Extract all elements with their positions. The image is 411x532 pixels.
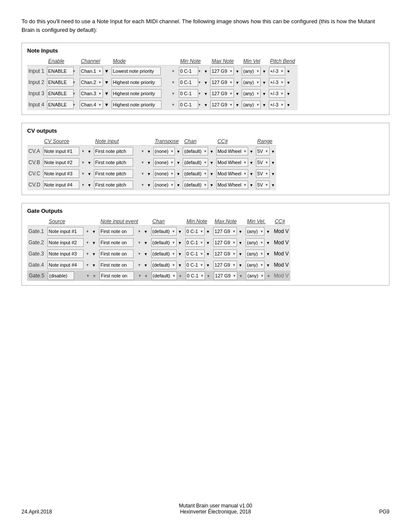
gate-min-note-select[interactable]: 0 C-1 ▼ bbox=[184, 271, 212, 281]
note-inputs-table: Enable Channel Mode Min Note Max Note Mi… bbox=[27, 57, 298, 110]
cv-cc-select[interactable]: Mod Wheel ▼ bbox=[215, 157, 255, 168]
gate-event-select[interactable]: First note on ▼ bbox=[98, 248, 149, 259]
cv-source-select[interactable]: Note input #3 ▼ bbox=[42, 168, 93, 179]
channel-select[interactable]: Chan.1 ▼ bbox=[78, 65, 110, 77]
min-vel-select[interactable]: (any) ▼ bbox=[240, 88, 267, 99]
gate-source-select[interactable]: (disable) ▼ bbox=[46, 271, 98, 281]
gate-min-vel-select[interactable]: (any) ▼ bbox=[244, 259, 272, 271]
channel-select[interactable]: Chan.3 ▼ bbox=[78, 88, 110, 99]
cv-cc-select[interactable]: Mod Wheel ▼ bbox=[215, 179, 255, 190]
cv-chan-select[interactable]: (default) ▼ bbox=[181, 157, 215, 168]
gate-chan-select[interactable]: (default) ▼ bbox=[150, 237, 184, 248]
cv-source-select[interactable]: Note input #2 ▼ bbox=[42, 157, 93, 168]
max-note-select[interactable]: 127 G9 ▼ bbox=[209, 65, 240, 77]
gate-cc-value: Mod V bbox=[272, 226, 291, 237]
mode-select[interactable]: Lowest note priority bbox=[110, 65, 177, 77]
cv-note-input-select[interactable]: First note pitch ▼ bbox=[93, 157, 152, 168]
cv-note-input-select[interactable]: First note pitch ▼ bbox=[93, 179, 152, 190]
gate-max-note-select[interactable]: 127 G9 ▼ bbox=[212, 226, 244, 237]
gate-min-vel-select[interactable]: (any) ▼ bbox=[244, 237, 272, 248]
cv-range-select[interactable]: 5V ▼ bbox=[255, 157, 276, 168]
gate-min-vel-select[interactable]: (any) ▼ bbox=[244, 271, 272, 281]
cv-col-chan: Chan bbox=[181, 137, 215, 146]
cv-note-input-select[interactable]: First note pitch ▼ bbox=[93, 168, 152, 179]
gate-source-select[interactable]: Note input #3 ▼ bbox=[46, 248, 98, 259]
cv-transpose-select[interactable]: (none) ▼ bbox=[152, 157, 181, 168]
enable-select[interactable]: ENABLE bbox=[46, 65, 78, 77]
enable-select[interactable]: ENABLE bbox=[46, 99, 78, 110]
cv-chan-select[interactable]: (default) ▼ bbox=[181, 146, 215, 157]
gate-max-note-select[interactable]: 127 G9 ▼ bbox=[212, 237, 244, 248]
min-note-select[interactable]: 0 C-1 ▼ bbox=[177, 88, 209, 99]
gate-row-label: Gate.2 bbox=[27, 237, 46, 248]
gate-chan-select[interactable]: (default) ▼ bbox=[150, 226, 184, 237]
gate-chan-select[interactable]: (default) ▼ bbox=[150, 271, 184, 281]
mode-select[interactable]: Highest note priority bbox=[110, 77, 177, 88]
max-note-select[interactable]: 127 G9 ▼ bbox=[209, 99, 240, 110]
pitch-bend-select[interactable]: +/-3 ▼ bbox=[268, 77, 298, 88]
gate-chan-select[interactable]: (default) ▼ bbox=[150, 248, 184, 259]
footer-date: 24.April.2018 bbox=[22, 509, 52, 515]
enable-select[interactable]: ENABLE bbox=[46, 77, 78, 88]
gate-row-label: Gate.3 bbox=[27, 248, 46, 259]
gate-event-select[interactable]: First note on ▼ bbox=[98, 259, 149, 271]
gate-min-note-select[interactable]: 0 C-1 ▼ bbox=[184, 248, 212, 259]
gate-event-select[interactable]: First note on ▼ bbox=[98, 237, 149, 248]
cv-cc-select[interactable]: Mod Wheel ▼ bbox=[215, 146, 255, 157]
footer-title: Mutant Brain user manual v1.00 bbox=[179, 503, 252, 509]
gate-min-note-select[interactable]: 0 C-1 ▼ bbox=[184, 237, 212, 248]
cv-transpose-select[interactable]: (none) ▼ bbox=[152, 168, 181, 179]
cv-range-select[interactable]: 5V ▼ bbox=[255, 168, 276, 179]
cv-cc-select[interactable]: Mod Wheel ▼ bbox=[215, 168, 255, 179]
min-vel-select[interactable]: (any) ▼ bbox=[240, 77, 267, 88]
gate-source-select[interactable]: Note input #2 ▼ bbox=[46, 237, 98, 248]
cv-range-select[interactable]: 5V ▼ bbox=[255, 146, 276, 157]
gate-output-row: Gate.3 Note input #3 ▼ First note on ▼ (… bbox=[27, 248, 290, 259]
gate-min-vel-select[interactable]: (any) ▼ bbox=[244, 226, 272, 237]
pitch-bend-select[interactable]: +/-3 ▼ bbox=[268, 88, 298, 99]
gate-min-note-select[interactable]: 0 C-1 ▼ bbox=[184, 226, 212, 237]
cv-source-select[interactable]: Note input #4 ▼ bbox=[42, 179, 93, 190]
cv-note-input-select[interactable]: First note pitch ▼ bbox=[93, 146, 152, 157]
gate-event-select[interactable]: First note on ▼ bbox=[98, 226, 149, 237]
gate-col-event: Note input event bbox=[98, 218, 149, 226]
cv-output-row: CV.B Note input #2 ▼ First note pitch ▼ … bbox=[27, 157, 276, 168]
cv-source-select[interactable]: Note input #1 ▼ bbox=[42, 146, 93, 157]
cv-range-select[interactable]: 5V ▼ bbox=[255, 179, 276, 190]
gate-chan-select[interactable]: (default) ▼ bbox=[150, 259, 184, 271]
footer-page: PG9 bbox=[379, 509, 389, 515]
gate-max-note-select[interactable]: 127 G9 ▼ bbox=[212, 271, 244, 281]
cv-chan-select[interactable]: (default) ▼ bbox=[181, 168, 215, 179]
gate-source-select[interactable]: Note input #1 ▼ bbox=[46, 226, 98, 237]
gate-min-note-select[interactable]: 0 C-1 ▼ bbox=[184, 259, 212, 271]
cv-transpose-select[interactable]: (none) ▼ bbox=[152, 179, 181, 190]
pitch-bend-select[interactable]: +/-3 ▼ bbox=[268, 99, 298, 110]
gate-outputs-panel: Gate Outputs Source Note input event Cha… bbox=[22, 203, 389, 286]
cv-transpose-select[interactable]: (none) ▼ bbox=[152, 146, 181, 157]
channel-select[interactable]: Chan.4 ▼ bbox=[78, 99, 110, 110]
min-note-select[interactable]: 0 C-1 ▼ bbox=[177, 99, 209, 110]
cv-outputs-panel: CV outputs CV Source Note input Transpos… bbox=[22, 123, 389, 195]
max-note-select[interactable]: 127 G9 ▼ bbox=[209, 77, 240, 88]
gate-event-select[interactable]: First note on ▼ bbox=[98, 271, 149, 281]
gate-max-note-select[interactable]: 127 G9 ▼ bbox=[212, 259, 244, 271]
enable-select[interactable]: ENABLE bbox=[46, 88, 78, 99]
min-vel-select[interactable]: (any) ▼ bbox=[240, 99, 267, 110]
gate-source-select[interactable]: Note input #4 ▼ bbox=[46, 259, 98, 271]
channel-select[interactable]: Chan.2 ▼ bbox=[78, 77, 110, 88]
footer: 24.April.2018 Mutant Brain user manual v… bbox=[22, 503, 389, 515]
gate-max-note-select[interactable]: 127 G9 ▼ bbox=[212, 248, 244, 259]
ni-col-channel: Channel bbox=[78, 57, 110, 65]
gate-col-source: Source bbox=[46, 218, 98, 226]
cv-chan-select[interactable]: (default) ▼ bbox=[181, 179, 215, 190]
pitch-bend-select[interactable]: +/-3 ▼ bbox=[268, 65, 298, 77]
mode-select[interactable]: Highest note priority bbox=[110, 99, 177, 110]
min-note-select[interactable]: 0 C-1 ▼ bbox=[177, 65, 209, 77]
min-vel-select[interactable]: (any) ▼ bbox=[240, 65, 267, 77]
gate-min-vel-select[interactable]: (any) ▼ bbox=[244, 248, 272, 259]
max-note-select[interactable]: 127 G9 ▼ bbox=[209, 88, 240, 99]
gate-output-row: Gate.1 Note input #1 ▼ First note on ▼ (… bbox=[27, 226, 290, 237]
cv-col-range: Range bbox=[255, 137, 276, 146]
min-note-select[interactable]: 0 C-1 ▼ bbox=[177, 77, 209, 88]
mode-select[interactable]: Highest note priority bbox=[110, 88, 177, 99]
